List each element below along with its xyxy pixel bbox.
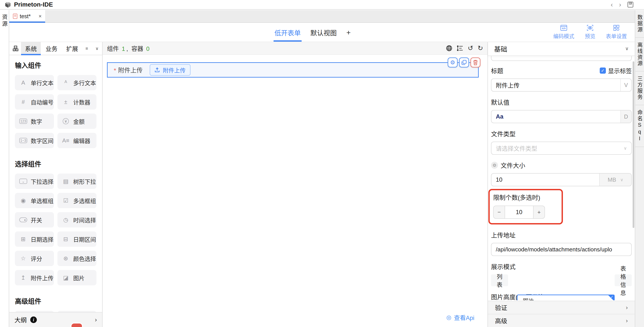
component-item-checkbox-group[interactable]: ☑多选框组 xyxy=(58,193,96,208)
component-item-radio-group[interactable]: ◉单选框组 xyxy=(15,193,54,208)
component-list: 输入组件 A单行文本 A多行文本 #自动编号 ±计数器 123数字 ¥金额 1~… xyxy=(9,55,102,312)
strip-item-datasource[interactable]: 数据源 xyxy=(635,10,644,38)
component-item-editor[interactable]: A≡编辑器 xyxy=(58,133,96,148)
field-label: 附件上传 xyxy=(118,67,143,74)
component-item-single-line-text[interactable]: A单行文本 xyxy=(15,75,54,90)
component-item-switch[interactable]: ●开关 xyxy=(15,212,54,228)
component-item-auto-number[interactable]: #自动编号 xyxy=(15,94,54,110)
selection-action-buttons: ⚙ xyxy=(448,58,480,68)
save-icon[interactable] xyxy=(627,2,634,8)
collapse-panel-icon[interactable]: ∨ xyxy=(95,46,99,51)
component-item-multi-line-text[interactable]: A多行文本 xyxy=(58,75,96,90)
stepper-value[interactable]: 10 xyxy=(505,206,533,219)
component-item-image[interactable]: ◪图片 xyxy=(58,270,96,285)
tab-system-components[interactable]: 系统 xyxy=(21,42,41,55)
file-icon xyxy=(13,13,18,19)
form-canvas: 组件 1, 容器 0 xyxy=(102,42,488,327)
tab-extension-components[interactable]: 扩展 xyxy=(62,42,82,55)
display-mode-table-info[interactable]: 表格信息 xyxy=(615,274,632,286)
i18n-globe-icon[interactable] xyxy=(446,45,452,52)
stepper-plus-button[interactable]: + xyxy=(533,206,545,219)
nav-forward-icon[interactable]: › xyxy=(619,1,621,8)
upload-button[interactable]: 附件上传 xyxy=(150,64,190,76)
component-settings-button[interactable]: ⚙ xyxy=(448,58,458,68)
properties-scrollbar[interactable] xyxy=(632,61,634,228)
preview-eye-icon xyxy=(586,24,594,31)
selected-form-component[interactable]: * 附件上传 附件上传 xyxy=(107,62,479,78)
canvas-toolbar: 组件 1, 容器 0 xyxy=(102,42,488,55)
component-item-number[interactable]: 123数字 xyxy=(15,114,54,129)
file-size-gear-icon: ⚙ xyxy=(491,162,498,169)
title-field-label: 标题 xyxy=(491,66,503,75)
resources-strip[interactable]: 资源 xyxy=(0,10,9,327)
code-mode-button[interactable]: 编码模式 xyxy=(553,24,574,40)
app-title: Primeton-IDE xyxy=(14,1,53,8)
editor-tab-bar: test* × xyxy=(9,10,635,23)
component-item-amount[interactable]: ¥金额 xyxy=(58,114,96,129)
title-variable-button[interactable]: V xyxy=(620,79,631,91)
image-icon: ◪ xyxy=(62,275,70,280)
chevron-right-icon: › xyxy=(626,304,628,311)
properties-panel: 基础 ∨ 标题 ✓ 显示标签 附件上传 V 默认值 Aa D 文件类型 xyxy=(488,42,635,327)
add-view-button[interactable]: + xyxy=(346,23,351,42)
checkbox-check-icon: ✓ xyxy=(600,68,606,74)
display-mode-list[interactable]: 列表 xyxy=(491,274,508,286)
file-type-label: 文件类型 xyxy=(491,129,632,138)
component-item-counter[interactable]: ±计数器 xyxy=(58,94,96,110)
component-item-attachment-upload[interactable]: ↥附件上传 xyxy=(15,270,54,285)
component-panel-header: 系统 业务 扩展 ≡ ∨ xyxy=(9,42,102,55)
tab-default-view[interactable]: 默认视图 xyxy=(310,23,337,42)
component-item-rating[interactable]: ☆评分 xyxy=(15,251,54,266)
outline-bar[interactable]: 大纲 i › xyxy=(9,312,102,327)
color-picker-icon: ⊛ xyxy=(62,256,70,261)
title-input[interactable]: 附件上传 V xyxy=(491,78,632,92)
component-item-number-range[interactable]: 1~3数字区间 xyxy=(15,133,54,148)
undo-icon[interactable]: ↺ xyxy=(468,45,473,52)
display-mode-image[interactable]: 图片 ✓ xyxy=(517,294,615,300)
outline-expand-icon[interactable]: › xyxy=(95,316,97,323)
section-advanced[interactable]: 高级 › xyxy=(488,314,635,327)
display-mode-group: 列表 图片 ✓ 表格信息 xyxy=(491,274,632,286)
strip-item-named-sql[interactable]: 命名Sql xyxy=(635,105,644,147)
form-settings-button[interactable]: 表单设置 xyxy=(606,24,627,40)
info-icon: i xyxy=(30,316,37,323)
component-copy-button[interactable] xyxy=(459,58,469,68)
trash-icon xyxy=(473,60,478,65)
tab-business-components[interactable]: 业务 xyxy=(42,42,62,55)
nav-back-icon[interactable]: ‹ xyxy=(611,1,613,8)
strip-item-offline-resources[interactable]: 离线资源 xyxy=(635,38,644,72)
file-size-input[interactable]: 10 MB ∨ xyxy=(491,173,632,186)
default-value-input[interactable]: Aa D xyxy=(491,110,632,123)
list-layout-icon[interactable]: ≡ xyxy=(86,46,88,51)
view-api-link[interactable]: ◎ 查看Api xyxy=(446,313,474,322)
tab-lowcode-form[interactable]: 低开表单 xyxy=(274,23,301,42)
file-type-select[interactable]: 请选择文件类型 ∨ xyxy=(491,142,632,155)
properties-section-basic[interactable]: 基础 ∨ xyxy=(488,42,635,56)
app-header: Primeton-IDE ‹ › xyxy=(0,0,644,10)
section-validation[interactable]: 验证 › xyxy=(488,301,635,314)
upload-url-input[interactable]: /api/lowcode/models/attachments/actions/… xyxy=(491,243,632,256)
strip-item-thirdparty-services[interactable]: 三方服务 xyxy=(635,72,644,105)
upload-arrow-icon xyxy=(154,67,160,72)
component-item-time-picker[interactable]: ◷时间选择 xyxy=(58,212,96,228)
component-item-tree-dropdown[interactable]: ▤树形下拉 xyxy=(58,174,96,189)
show-label-checkbox[interactable]: ✓ 显示标签 xyxy=(600,66,632,75)
component-delete-button[interactable] xyxy=(470,58,480,68)
component-item-date-range[interactable]: ⊟日期区间 xyxy=(58,232,96,247)
gear-icon: ⚙ xyxy=(450,59,455,66)
component-item-date-picker[interactable]: ⊞日期选择 xyxy=(15,232,54,247)
preview-button[interactable]: 预览 xyxy=(585,24,595,40)
time-picker-icon: ◷ xyxy=(62,217,70,223)
scrolled-input-sliver xyxy=(491,56,632,61)
section-select-components: 选择组件 xyxy=(15,159,96,168)
tab-close-icon[interactable]: × xyxy=(38,14,42,19)
tab-test[interactable]: test* × xyxy=(9,10,45,22)
default-value-d-button[interactable]: D xyxy=(620,110,631,123)
redo-icon[interactable]: ↻ xyxy=(478,45,483,52)
file-size-unit-select[interactable]: MB ∨ xyxy=(599,174,631,186)
stepper-minus-button[interactable]: − xyxy=(493,206,505,219)
node-tree-icon[interactable] xyxy=(457,45,464,51)
component-item-dropdown-select[interactable]: ⌄下拉选择 xyxy=(15,174,54,189)
upload-url-label: 上传地址 xyxy=(491,230,632,239)
component-item-color-picker[interactable]: ⊛颜色选择 xyxy=(58,251,96,266)
